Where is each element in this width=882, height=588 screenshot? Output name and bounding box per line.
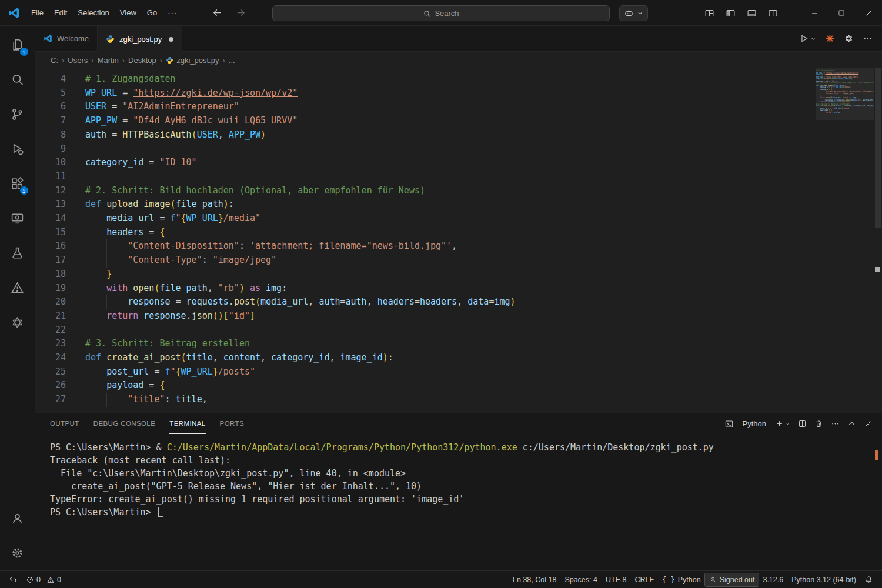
tab-zgki-post[interactable]: zgki_post.py [98, 26, 182, 52]
modified-dot-icon[interactable] [169, 37, 173, 42]
terminal-profile-label[interactable]: Python [743, 419, 766, 428]
menu-selection[interactable]: Selection [72, 5, 114, 20]
code-text: category_id = "ID 10" [85, 156, 197, 170]
split-terminal-icon[interactable] [798, 419, 807, 428]
code-text: "Content-Disposition": 'attachment; file… [85, 239, 457, 253]
close-button[interactable] [855, 0, 882, 26]
language-mode[interactable]: { } Python [658, 571, 705, 588]
indentation-setting[interactable]: Spaces: 4 [560, 571, 602, 588]
extension-star-icon[interactable] [825, 34, 835, 44]
sidebar-item-testing[interactable] [0, 236, 35, 270]
new-terminal-button[interactable] [775, 419, 790, 428]
sidebar-item-search[interactable] [0, 62, 35, 97]
line-number: 14 [35, 212, 66, 226]
search-view-icon [10, 72, 25, 87]
remote-icon [9, 575, 18, 584]
sidebar-item-extensions[interactable]: 1 [0, 166, 35, 201]
maximize-panel-icon[interactable] [847, 419, 856, 428]
remote-indicator[interactable] [5, 571, 22, 588]
copilot-button[interactable] [619, 5, 648, 21]
panel-actions: Python [724, 419, 882, 429]
account-status[interactable]: Signed out [705, 573, 759, 586]
code-text: USER = "AI2AdminEntrepreneur" [85, 100, 239, 114]
breadcrumb-item[interactable]: Users [66, 56, 89, 65]
line-number: 15 [35, 226, 66, 240]
sidebar-item-remote-explorer[interactable] [0, 201, 35, 236]
line-number: 17 [35, 253, 66, 268]
code-line: 27 "title": title, [35, 393, 882, 407]
menu-go[interactable]: Go [142, 5, 162, 20]
terminal-profile-icon [724, 419, 734, 429]
search-bar[interactable]: Search [272, 5, 610, 21]
tab-welcome[interactable]: Welcome [35, 26, 98, 51]
run-python-file-button[interactable] [799, 34, 816, 44]
remote-explorer-icon [10, 211, 25, 226]
sidebar-item-explorer[interactable]: 1 [0, 28, 35, 62]
sidebar-item-source-control[interactable] [0, 97, 35, 132]
minimap-slider[interactable] [816, 68, 874, 120]
code-line: 24def create_ai_post(title, content, cat… [35, 351, 882, 365]
panel-more-icon[interactable] [831, 419, 840, 428]
code-text: headers = { [85, 226, 165, 240]
error-icon [26, 576, 34, 584]
menu-file[interactable]: File [26, 5, 49, 20]
maximize-button[interactable] [828, 0, 855, 26]
bell-icon [864, 575, 873, 584]
encoding-setting[interactable]: UTF-8 [602, 571, 630, 588]
minimap[interactable]: # 1. ZugangsdatenWP_URL = "https://zgki.… [816, 68, 874, 413]
menu-view[interactable]: View [115, 5, 142, 20]
tab-output[interactable]: OUTPUT [50, 413, 79, 434]
customize-layout-icon[interactable] [701, 5, 717, 21]
python-env[interactable]: 3.12.6 [759, 571, 787, 588]
tab-terminal[interactable]: TERMINAL [169, 413, 205, 434]
breadcrumb-item[interactable]: C: [49, 56, 59, 65]
kill-terminal-icon[interactable] [814, 419, 823, 428]
sidebar-item-run-debug[interactable] [0, 132, 35, 166]
error-count: 0 [36, 576, 41, 584]
sidebar-item-chatgpt[interactable] [0, 305, 35, 340]
code-text: def create_ai_post(title, content, categ… [85, 351, 393, 365]
menu-edit[interactable]: Edit [49, 5, 72, 20]
explorer-badge: 1 [19, 47, 29, 56]
breadcrumb-item[interactable]: ... [228, 56, 236, 65]
line-number: 8 [35, 128, 66, 142]
back-arrow-icon[interactable] [209, 5, 225, 21]
cursor-position[interactable]: Ln 38, Col 18 [509, 571, 560, 588]
tab-ports[interactable]: PORTS [220, 413, 244, 434]
toggle-secondary-sidebar-icon[interactable] [764, 5, 781, 21]
account-button[interactable] [0, 501, 35, 536]
toggle-sidebar-icon[interactable] [722, 5, 739, 21]
editor-scrollbar[interactable] [874, 68, 882, 413]
problems-indicator[interactable]: 0 0 [22, 571, 65, 588]
editor-lines: 4# 1. Zugangsdaten5WP_URL = "https://zgk… [35, 68, 882, 407]
breadcrumb-item[interactable]: zgki_post.py [165, 56, 220, 65]
code-line: 20 response = requests.post(media_url, a… [35, 295, 882, 309]
breadcrumb-separator: › [91, 56, 93, 65]
code-line: 26 payload = { [35, 379, 882, 393]
braces-icon: { } [662, 576, 675, 584]
code-editor[interactable]: 4# 1. Zugangsdaten5WP_URL = "https://zgk… [35, 68, 882, 413]
breadcrumb-item[interactable]: Desktop [127, 56, 158, 65]
menu-overflow[interactable]: ··· [162, 5, 182, 20]
notifications-bell[interactable] [860, 571, 877, 588]
indent-guide [106, 295, 107, 309]
terminal[interactable]: PS C:\Users\Martin> & C:/Users/Martin/Ap… [35, 434, 882, 570]
breadcrumb-separator: › [160, 56, 162, 65]
close-panel-icon[interactable] [864, 419, 873, 428]
python-interpreter[interactable]: Python 3.12 (64-bit) [787, 571, 860, 588]
more-actions-icon[interactable] [863, 34, 873, 44]
run-icon [799, 34, 809, 44]
toggle-panel-icon[interactable] [743, 5, 760, 21]
tab-debug-console[interactable]: DEBUG CONSOLE [93, 413, 156, 434]
layout-controls [701, 0, 781, 26]
line-number: 21 [35, 309, 66, 323]
account-icon [10, 511, 25, 526]
minimize-button[interactable] [801, 0, 828, 26]
eol-setting[interactable]: CRLF [630, 571, 658, 588]
forward-arrow-icon[interactable] [233, 5, 248, 21]
settings-button[interactable] [0, 536, 35, 570]
code-line: 13def upload_image(file_path): [35, 198, 882, 212]
breadcrumb-item[interactable]: Martin [96, 56, 120, 65]
chatgpt-action-icon[interactable] [844, 34, 854, 44]
sidebar-item-problems[interactable] [0, 270, 35, 305]
